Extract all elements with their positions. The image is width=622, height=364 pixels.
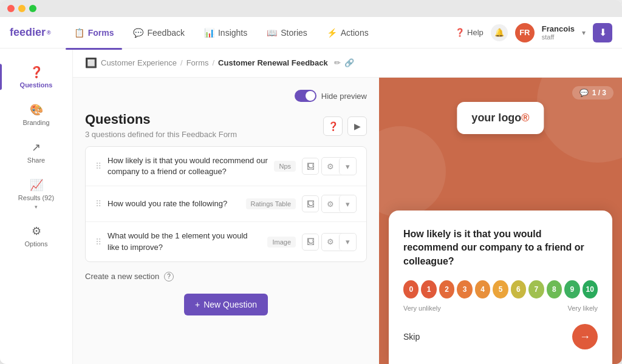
nps-num-6[interactable]: 6	[511, 280, 526, 298]
question-item: ⠿ What would be the 1 element you would …	[86, 222, 366, 261]
nav-item-stories[interactable]: 📖 Stories	[258, 24, 316, 41]
question-actions-q2: ⛾ ⚙ ▾	[302, 195, 357, 213]
drag-handle[interactable]: ⠿	[95, 199, 101, 209]
preview-toggle-label: Hide preview	[321, 92, 367, 101]
breadcrumb-current: Customer Renewal Feedback	[218, 58, 328, 67]
nav-right: ❓ Help 🔔 FR Francois staff ▾ ⬇	[455, 23, 612, 42]
settings-button-q2[interactable]: ⚙	[322, 195, 339, 212]
preview-toggle-switch[interactable]	[295, 90, 316, 102]
user-info: Francois staff	[542, 24, 575, 41]
breadcrumb-link-forms[interactable]: Forms	[186, 58, 209, 67]
nps-num-3[interactable]: 3	[457, 280, 472, 298]
filter-icon: ⛾	[307, 200, 315, 209]
preview-chat-badge: 💬 1 / 3	[572, 86, 613, 99]
nav-menu: 📋 Forms 💬 Feedback 📊 Insights 📖 Stories …	[66, 24, 455, 41]
chevron-down-icon[interactable]: ▾	[582, 29, 586, 37]
gear-icon: ⚙	[327, 162, 334, 171]
active-indicator	[0, 64, 2, 90]
toggle-knob	[306, 91, 315, 101]
next-arrow-button[interactable]: →	[572, 324, 598, 349]
settings-button-q1[interactable]: ⚙	[322, 158, 339, 175]
question-item: ⠿ How would you rate the following? Rati…	[86, 186, 366, 222]
nps-num-4[interactable]: 4	[475, 280, 490, 298]
sidebar-item-branding[interactable]: 🎨 Branding	[5, 97, 67, 132]
help-button[interactable]: ❓ Help	[455, 28, 484, 37]
filter-icon: ⛾	[307, 237, 315, 246]
sidebar: ❓ Questions 🎨 Branding ↗ Share 📈 Results…	[0, 49, 73, 364]
drag-handle[interactable]: ⠿	[95, 161, 101, 171]
question-type-q2: Ratings Table	[246, 198, 296, 209]
split-view: Hide preview Questions 3 questions defin…	[73, 78, 622, 364]
gear-icon: ⚙	[327, 237, 334, 246]
nps-num-0[interactable]: 0	[403, 280, 419, 298]
minimize-dot[interactable]	[18, 5, 26, 12]
sidebar-wrapper-questions: ❓ Questions	[0, 58, 72, 96]
filter-button-q3[interactable]: ⛾	[302, 234, 319, 251]
edit-icon[interactable]: ✏	[334, 58, 341, 67]
new-question-button[interactable]: + New Question	[184, 294, 268, 315]
sidebar-item-questions[interactable]: ❓ Questions	[5, 59, 67, 95]
feedback-icon: 💬	[133, 28, 143, 38]
nps-num-8[interactable]: 8	[547, 280, 562, 298]
nps-label-right: Very likely	[567, 305, 598, 312]
sidebar-item-share[interactable]: ↗ Share	[5, 135, 67, 170]
breadcrumb: 🔲 Customer Experience / Forms / Customer…	[73, 49, 622, 78]
breadcrumb-icon: 🔲	[85, 57, 97, 69]
settings-dropdown-q3[interactable]: ▾	[339, 234, 356, 251]
close-dot[interactable]	[7, 5, 15, 12]
nps-num-2[interactable]: 2	[439, 280, 454, 298]
question-actions-q3: ⛾ ⚙ ▾	[302, 233, 357, 251]
branding-icon: 🎨	[30, 103, 43, 116]
share-icon: ↗	[32, 141, 41, 154]
notification-button[interactable]: 🔔	[491, 24, 508, 41]
nps-num-7[interactable]: 7	[528, 280, 544, 298]
deco-circle-2	[379, 126, 446, 217]
arrow-right-icon: →	[579, 331, 590, 343]
drag-handle[interactable]: ⠿	[95, 237, 101, 247]
filter-button-q2[interactable]: ⛾	[302, 195, 319, 212]
breadcrumb-link-customer-experience[interactable]: Customer Experience	[101, 58, 177, 67]
preview-skip: Skip →	[403, 324, 598, 349]
nps-num-1[interactable]: 1	[421, 280, 436, 298]
help-toolbar-button[interactable]: ❓	[323, 116, 343, 136]
nav-item-forms[interactable]: 📋 Forms	[66, 24, 123, 41]
nav-item-insights[interactable]: 📊 Insights	[196, 24, 256, 41]
question-text-q3: What would be the 1 element you would li…	[108, 231, 261, 252]
app-window: feedier® 📋 Forms 💬 Feedback 📊 Insights 📖…	[0, 0, 622, 364]
filter-button-q1[interactable]: ⛾	[302, 158, 319, 175]
video-toolbar-button[interactable]: ▶	[347, 116, 367, 136]
settings-dropdown-q2[interactable]: ▾	[339, 195, 356, 212]
options-icon: ⚙	[32, 224, 41, 238]
settings-dropdown-q1[interactable]: ▾	[339, 158, 356, 175]
question-type-q3: Image	[267, 237, 296, 248]
results-icon: 📈	[30, 178, 43, 192]
settings-group-q1: ⚙ ▾	[321, 157, 357, 175]
questions-sidebar-icon: ❓	[30, 66, 43, 79]
sidebar-item-results[interactable]: 📈 Results (92) ▾	[5, 172, 67, 216]
question-type-q1: Nps	[274, 161, 296, 172]
nps-num-5[interactable]: 5	[493, 280, 508, 298]
nps-num-9[interactable]: 9	[564, 280, 579, 298]
question-list: ⠿ How likely is it that you would recomm…	[85, 146, 367, 262]
forms-icon: 📋	[74, 28, 84, 38]
sidebar-item-options[interactable]: ⚙ Options	[5, 218, 67, 254]
nps-num-10[interactable]: 10	[583, 280, 598, 298]
bell-icon: 🔔	[494, 28, 504, 37]
nav-item-feedback[interactable]: 💬 Feedback	[125, 24, 193, 41]
create-section-help[interactable]: ?	[164, 272, 174, 281]
preview-pane: 💬 1 / 3 your logo® How likely is it that…	[379, 78, 622, 364]
nav-item-actions[interactable]: ⚡ Actions	[318, 24, 377, 41]
nps-labels: Very unlikely Very likely	[403, 305, 598, 312]
settings-button-q3[interactable]: ⚙	[322, 234, 339, 251]
download-button[interactable]: ⬇	[593, 23, 612, 42]
questions-subtitle: 3 questions defined for this Feedback Fo…	[85, 130, 237, 139]
chevron-icon: ▾	[346, 237, 350, 246]
filter-icon: ⛾	[307, 162, 315, 171]
skip-button[interactable]: Skip	[403, 332, 420, 342]
questions-header: Questions 3 questions defined for this F…	[85, 112, 367, 139]
maximize-dot[interactable]	[29, 5, 36, 12]
link-icon[interactable]: 🔗	[344, 58, 354, 67]
app-logo: feedier®	[10, 26, 51, 39]
preview-logo-text: your logo®	[471, 112, 529, 124]
create-section-label: Create a new section	[85, 272, 159, 281]
